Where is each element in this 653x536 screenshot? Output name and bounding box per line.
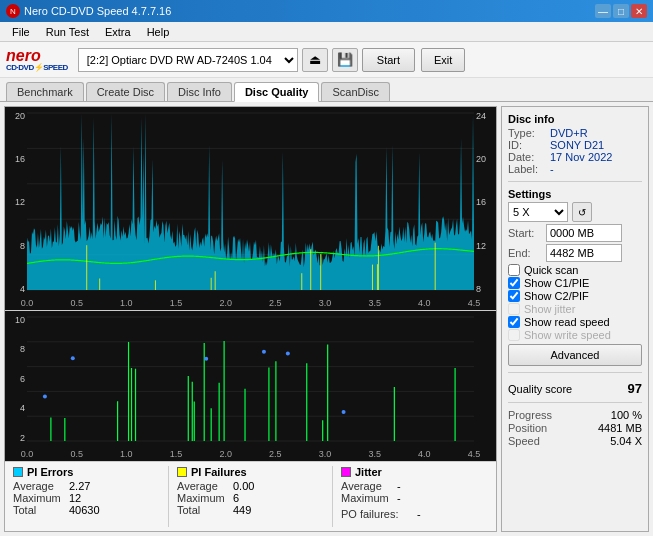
quick-scan-label: Quick scan [524,264,578,276]
po-failures-key: PO failures: [341,508,413,520]
show-read-speed-checkbox[interactable] [508,316,520,328]
stats-row: PI Errors Average 2.27 Maximum 12 Total … [5,461,496,531]
tab-benchmark[interactable]: Benchmark [6,82,84,101]
app-icon: N [6,4,20,18]
disc-type-val: DVD+R [550,127,588,139]
pi-errors-max-val: 12 [69,492,81,504]
lower-y-4: 4 [7,403,25,413]
show-jitter-checkbox [508,303,520,315]
minimize-button[interactable]: — [595,4,611,18]
eject-button[interactable]: ⏏ [302,48,328,72]
jitter-group: Jitter Average - Maximum - PO failures: … [341,466,488,527]
tab-disc-quality[interactable]: Disc Quality [234,82,320,102]
y-label-right-24: 24 [476,111,494,121]
pi-failures-avg-key: Average [177,480,229,492]
pi-errors-total-key: Total [13,504,65,516]
start-input[interactable] [546,224,622,242]
quick-scan-checkbox[interactable] [508,264,520,276]
y-label-12: 12 [7,197,25,207]
save-button[interactable]: 💾 [332,48,358,72]
disc-info-title: Disc info [508,113,642,125]
jitter-max-key: Maximum [341,492,393,504]
maximize-button[interactable]: □ [613,4,629,18]
jitter-legend [341,467,351,477]
disc-type-key: Type: [508,127,546,139]
pi-errors-legend [13,467,23,477]
start-label: Start: [508,227,542,239]
jitter-avg-key: Average [341,480,393,492]
main-content: 20 16 12 8 4 24 20 16 12 8 10 8 6 [0,102,653,536]
pi-failures-total-val: 449 [233,504,251,516]
lower-chart: 10 8 6 4 2 [5,311,496,461]
position-val: 4481 MB [598,422,642,434]
pi-errors-avg-key: Average [13,480,65,492]
pi-failures-avg-val: 0.00 [233,480,254,492]
lower-y-6: 6 [7,374,25,384]
exit-button[interactable]: Exit [421,48,465,72]
settings-title: Settings [508,188,642,200]
settings-section: Settings 5 X 1 X 2 X 4 X 8 X Max ↺ Start… [508,188,642,366]
menu-bar: File Run Test Extra Help [0,22,653,42]
show-read-speed-label: Show read speed [524,316,610,328]
lower-y-8: 8 [7,344,25,354]
pi-failures-total-key: Total [177,504,229,516]
pi-errors-max-key: Maximum [13,492,65,504]
progress-label: Progress [508,409,552,421]
pi-failures-group: PI Failures Average 0.00 Maximum 6 Total… [177,466,324,527]
drive-select[interactable]: [2:2] Optiarc DVD RW AD-7240S 1.04 [78,48,298,72]
menu-run-test[interactable]: Run Test [38,24,97,40]
pi-failures-max-val: 6 [233,492,239,504]
quality-score-label: Quality score [508,383,572,395]
show-c2pif-checkbox[interactable] [508,290,520,302]
tab-create-disc[interactable]: Create Disc [86,82,165,101]
jitter-avg-val: - [397,480,401,492]
pi-errors-total-val: 40630 [69,504,100,516]
show-c1pie-checkbox[interactable] [508,277,520,289]
show-c2pif-label: Show C2/PIF [524,290,589,302]
tab-scan-disc[interactable]: ScanDisc [321,82,389,101]
speed-select[interactable]: 5 X 1 X 2 X 4 X 8 X Max [508,202,568,222]
advanced-button[interactable]: Advanced [508,344,642,366]
pi-errors-avg-val: 2.27 [69,480,90,492]
y-label-8: 8 [7,241,25,251]
end-input[interactable] [546,244,622,262]
disc-label-key: Label: [508,163,546,175]
pi-failures-label: PI Failures [191,466,247,478]
disc-date-val: 17 Nov 2022 [550,151,612,163]
position-label: Position [508,422,547,434]
end-label: End: [508,247,542,259]
app-title: Nero CD-DVD Speed 4.7.7.16 [24,5,171,17]
pi-errors-group: PI Errors Average 2.27 Maximum 12 Total … [13,466,160,527]
start-button[interactable]: Start [362,48,415,72]
disc-info-section: Disc info Type: DVD+R ID: SONY D21 Date:… [508,113,642,175]
menu-file[interactable]: File [4,24,38,40]
cdspeed-logo: CD·DVD⚡SPEED [6,64,68,72]
tab-disc-info[interactable]: Disc Info [167,82,232,101]
jitter-max-val: - [397,492,401,504]
progress-section: Progress 100 % Position 4481 MB Speed 5.… [508,409,642,448]
disc-date-key: Date: [508,151,546,163]
upper-chart: 20 16 12 8 4 24 20 16 12 8 [5,107,496,311]
show-jitter-label: Show jitter [524,303,575,315]
right-panel: Disc info Type: DVD+R ID: SONY D21 Date:… [501,106,649,532]
tabs-bar: Benchmark Create Disc Disc Info Disc Qua… [0,78,653,102]
y-label-right-20: 20 [476,154,494,164]
close-button[interactable]: ✕ [631,4,647,18]
menu-extra[interactable]: Extra [97,24,139,40]
y-label-right-12: 12 [476,241,494,251]
speed-label: Speed [508,435,540,447]
menu-help[interactable]: Help [139,24,178,40]
show-write-speed-checkbox [508,329,520,341]
quality-score-row: Quality score 97 [508,381,642,396]
progress-val: 100 % [611,409,642,421]
speed-val: 5.04 X [610,435,642,447]
disc-id-val: SONY D21 [550,139,604,151]
settings-refresh-button[interactable]: ↺ [572,202,592,222]
nero-logo: nero [6,48,68,64]
pi-failures-max-key: Maximum [177,492,229,504]
title-bar: N Nero CD-DVD Speed 4.7.7.16 — □ ✕ [0,0,653,22]
lower-y-10: 10 [7,315,25,325]
y-label-20: 20 [7,111,25,121]
pi-failures-legend [177,467,187,477]
po-failures-val: - [417,508,421,520]
